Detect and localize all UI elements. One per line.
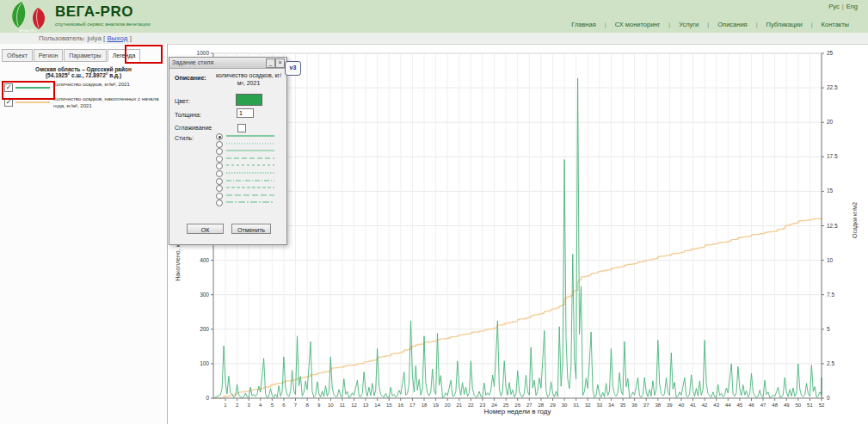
legend-checkbox[interactable]: ✓: [4, 98, 13, 107]
x-tick-label: 13: [363, 402, 369, 408]
nav-item[interactable]: СХ мониторинг: [615, 21, 661, 28]
x-tick-label: 46: [748, 402, 754, 408]
separator: |: [756, 21, 758, 28]
style-radio[interactable]: [216, 178, 223, 185]
nav-item[interactable]: Услуги: [679, 21, 699, 28]
legend-checkbox[interactable]: ✓: [4, 83, 13, 92]
legend-label: Количество осадков, накопленных с начала…: [53, 96, 163, 110]
style-radio[interactable]: [216, 148, 223, 155]
left-tick-label: 400: [200, 257, 209, 263]
vega-pro-logo: VEGA-PRO: [7, 1, 52, 33]
legend-item: ✓Количество осадков, кг/м², 2021: [0, 82, 167, 95]
right-tick-label: 7.5: [827, 292, 834, 298]
x-tick-label: 19: [433, 402, 439, 408]
nav-item[interactable]: Описания: [717, 21, 747, 28]
left-tick-label: 100: [200, 360, 209, 366]
separator: |: [668, 21, 670, 28]
style-radio[interactable]: [216, 193, 223, 200]
separator: |: [605, 21, 606, 28]
x-tick-label: 20: [445, 402, 451, 408]
x-tick-label: 52: [819, 402, 825, 408]
style-line-sample: [225, 155, 275, 162]
color-label: Цвет:: [175, 98, 190, 104]
right-tick-label: 12.5: [827, 223, 838, 229]
x-tick-label: 35: [620, 402, 626, 408]
lang-link-rus[interactable]: Рус: [828, 3, 839, 10]
nav-item[interactable]: Контакты: [822, 21, 849, 28]
region-coordinates: (54.1925° с.ш., 72.8972° в.д.): [0, 72, 167, 78]
tab-легенда[interactable]: Легенда: [108, 49, 141, 62]
right-axis-title: Осадки кг/м2: [852, 202, 859, 238]
ok-button[interactable]: ОК: [187, 224, 224, 234]
user-label: Пользователь:: [39, 34, 85, 42]
style-radio[interactable]: [216, 133, 223, 140]
x-tick-label: 38: [655, 402, 661, 408]
x-tick-label: 9: [317, 402, 321, 408]
color-swatch[interactable]: [236, 94, 262, 106]
x-tick-label: 51: [807, 402, 813, 408]
right-tick-label: 15: [827, 187, 834, 194]
dialog-close-button[interactable]: ×: [275, 58, 285, 68]
style-line-sample: [225, 192, 275, 199]
username: julya: [87, 34, 101, 42]
version-button[interactable]: v3: [285, 61, 301, 76]
style-radio[interactable]: [216, 141, 223, 148]
region-title: Омская область – Одесский район: [0, 66, 167, 72]
nav-item[interactable]: Главная: [571, 21, 596, 28]
sidebar-tabbar: ОбъектРегионПараметрыЛегенда: [2, 46, 141, 60]
smoothing-checkbox[interactable]: [237, 124, 246, 132]
lang-link-eng[interactable]: Eng: [846, 3, 858, 10]
header: VEGA-PRO ВЕГА-PRO спутниковый сервис ана…: [0, 0, 868, 34]
brand: ВЕГА-PRO спутниковый сервис анализа веге…: [55, 3, 151, 27]
x-tick-label: 37: [643, 402, 649, 408]
thickness-input[interactable]: [237, 108, 254, 118]
x-tick-label: 22: [468, 402, 474, 408]
dialog-titlebar[interactable]: Задание стиля _ ×: [169, 58, 286, 69]
sidebar: ОбъектРегионПараметрыЛегенда Омская обла…: [0, 44, 168, 424]
tab-параметры[interactable]: Параметры: [64, 49, 106, 62]
logout-link[interactable]: Выход: [108, 34, 128, 42]
right-tick-label: 10: [827, 257, 834, 263]
x-tick-label: 18: [422, 402, 428, 408]
left-tick-label: 200: [200, 326, 209, 332]
region-block: Омская область – Одесский район (54.1925…: [0, 66, 167, 78]
x-tick-label: 2: [236, 402, 239, 408]
x-tick-label: 45: [737, 402, 743, 408]
legend-line-sample: [15, 87, 50, 89]
x-tick-label: 30: [562, 402, 568, 408]
style-radio[interactable]: [216, 163, 223, 169]
tab-объект[interactable]: Объект: [2, 49, 33, 62]
x-tick-label: 44: [725, 402, 731, 408]
description-label: Описание:: [175, 75, 206, 81]
style-radio[interactable]: [216, 156, 223, 163]
x-tick-label: 16: [397, 402, 403, 408]
x-tick-label: 8: [305, 402, 309, 408]
x-tick-label: 43: [713, 402, 719, 408]
x-tick-label: 17: [409, 402, 416, 408]
style-label: Стиль:: [175, 135, 194, 141]
style-radio[interactable]: [216, 170, 223, 177]
description-value: количество осадков, кг/м², 2021: [214, 72, 283, 88]
tab-регион[interactable]: Регион: [34, 49, 63, 62]
right-tick-label: 5: [827, 326, 830, 332]
style-line-sample: [225, 140, 275, 147]
dialog-minimize-button[interactable]: _: [266, 58, 275, 68]
app-title: ВЕГА-PRO: [55, 3, 151, 21]
x-tick-label: 4: [259, 402, 262, 408]
style-radio[interactable]: [216, 185, 223, 192]
nav-item[interactable]: Публикации: [766, 21, 803, 28]
x-tick-label: 42: [702, 402, 708, 408]
x-axis-title: Номер недели в году: [484, 408, 551, 415]
vega-pro-app: VEGA-PRO ВЕГА-PRO спутниковый сервис ана…: [0, 0, 868, 424]
x-tick-label: 1: [224, 402, 227, 408]
language-switcher: Рус|Eng: [828, 3, 858, 10]
style-radio[interactable]: [216, 200, 223, 206]
style-line-sample: [225, 184, 275, 191]
x-tick-label: 7: [294, 402, 298, 408]
style-line-sample: [225, 199, 275, 206]
right-tick-label: 25: [827, 50, 834, 56]
style-line-sample: [225, 169, 275, 176]
x-tick-label: 5: [271, 402, 274, 408]
cancel-button[interactable]: Отменить: [231, 224, 271, 234]
x-tick-label: 33: [596, 402, 602, 408]
